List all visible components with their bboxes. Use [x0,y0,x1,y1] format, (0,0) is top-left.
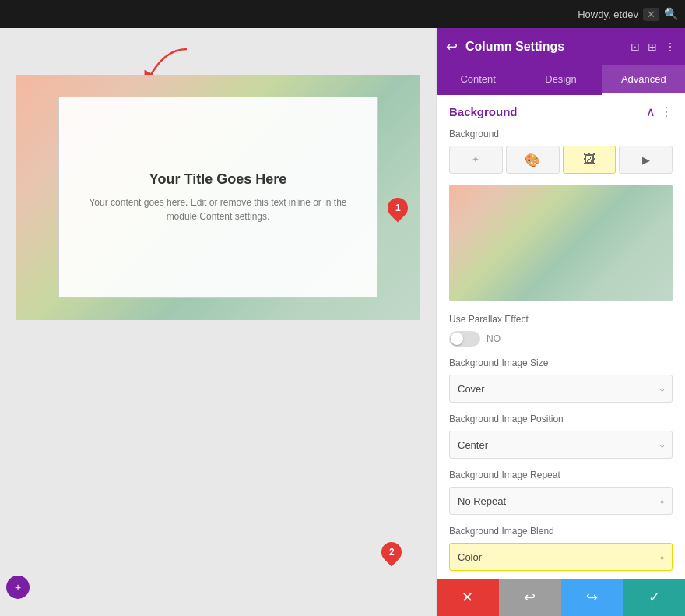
bg-none-icon: ✦ [472,154,480,165]
redo-button[interactable]: ↪ [561,579,624,616]
close-button[interactable]: ✕ [437,579,499,616]
annotation-badge-2: 2 [378,538,406,567]
panel-tabs: Content Design Advanced [437,65,685,95]
bg-image-icon: 🖼 [583,153,595,167]
toggle-container: NO [449,331,673,347]
canvas-background: Your Title Goes Here Your content goes h… [16,75,420,320]
image-blend-wrapper: Color Normal Multiply Screen Overlay Dar… [449,543,673,571]
background-section: Background ∧ ⋮ Background ✦ 🎨 [437,95,685,579]
image-repeat-label: Background Image Repeat [449,470,673,480]
bg-type-color[interactable]: 🎨 [506,146,560,174]
check-icon: ✓ [648,589,660,606]
image-size-label: Background Image Size [449,357,673,368]
image-position-select[interactable]: Center Top Left Top Center Top Right Cen… [449,431,673,459]
user-label: Howdy, etdev [578,9,638,20]
parallax-field: Use Parallax Effect NO [449,314,673,347]
tab-design[interactable]: Design [519,65,602,95]
layout-icon-1[interactable]: ⊡ [631,40,640,53]
background-field-label: Background [449,128,673,139]
toggle-text: NO [487,333,501,344]
main-layout: Your Title Goes Here Your content goes h… [0,28,685,616]
image-blend-field: Background Image Blend Color Normal Mult… [449,526,673,571]
tab-content[interactable]: Content [437,65,519,95]
image-size-select[interactable]: Cover Contain Auto Custom [449,375,673,403]
section-controls: ∧ ⋮ [646,104,673,119]
back-button[interactable]: ↩ [446,38,458,55]
bg-type-video[interactable]: ▶ [619,146,673,174]
panel-header: ↩ Column Settings ⊡ ⊞ ⋮ [437,28,685,65]
more-options-icon[interactable]: ⋮ [665,40,676,53]
top-bar: Howdy, etdev ✕ 🔍 [0,0,685,28]
section-collapse-icon[interactable]: ∧ [646,104,655,119]
image-size-field: Background Image Size Cover Contain Auto… [449,357,673,403]
image-position-wrapper: Center Top Left Top Center Top Right Cen… [449,431,673,459]
section-title: Background [449,105,518,118]
redo-icon: ↪ [586,589,598,606]
bg-video-icon: ▶ [642,154,650,166]
section-header: Background ∧ ⋮ [449,104,673,119]
bottom-toolbar: ✕ ↩ ↪ ✓ [437,579,685,616]
panel-header-icons: ⊡ ⊞ ⋮ [631,40,676,53]
parallax-toggle[interactable] [449,331,480,347]
image-repeat-wrapper: No Repeat Repeat Repeat X Repeat Y Space… [449,487,673,515]
image-blend-select[interactable]: Color Normal Multiply Screen Overlay Dar… [449,543,673,571]
bg-type-image[interactable]: 🖼 [563,146,616,174]
bg-color-icon: 🎨 [525,153,540,167]
canvas-body: Your content goes here. Edit or remove t… [75,195,361,224]
image-position-field: Background Image Position Center Top Lef… [449,414,673,459]
background-image-preview[interactable] [449,185,673,301]
close-tab-button[interactable]: ✕ [643,8,659,21]
right-panel: ↩ Column Settings ⊡ ⊞ ⋮ Content Design A… [436,28,685,616]
canvas-content-box: Your Title Goes Here Your content goes h… [58,97,378,298]
canvas-title: Your Title Goes Here [149,171,286,188]
image-size-wrapper: Cover Contain Auto Custom [449,375,673,403]
section-more-icon[interactable]: ⋮ [660,104,673,119]
layout-icon-2[interactable]: ⊞ [648,40,657,53]
image-position-label: Background Image Position [449,414,673,424]
confirm-button[interactable]: ✓ [623,579,685,616]
undo-icon: ↩ [524,589,536,606]
undo-button[interactable]: ↩ [499,579,561,616]
image-repeat-field: Background Image Repeat No Repeat Repeat… [449,470,673,515]
tab-advanced[interactable]: Advanced [602,65,685,95]
close-icon: ✕ [462,589,473,606]
search-icon[interactable]: 🔍 [664,7,679,21]
panel-title: Column Settings [465,40,623,54]
panel-content: Background ∧ ⋮ Background ✦ 🎨 [437,95,685,579]
image-repeat-select[interactable]: No Repeat Repeat Repeat X Repeat Y Space… [449,487,673,515]
parallax-label: Use Parallax Effect [449,314,673,325]
purple-action-button[interactable]: + [6,576,30,599]
bg-type-none[interactable]: ✦ [449,146,503,174]
image-blend-label: Background Image Blend [449,526,673,537]
bg-type-buttons: ✦ 🎨 🖼 ▶ [449,146,673,174]
canvas-area: Your Title Goes Here Your content goes h… [0,28,436,616]
toggle-knob [451,333,463,345]
